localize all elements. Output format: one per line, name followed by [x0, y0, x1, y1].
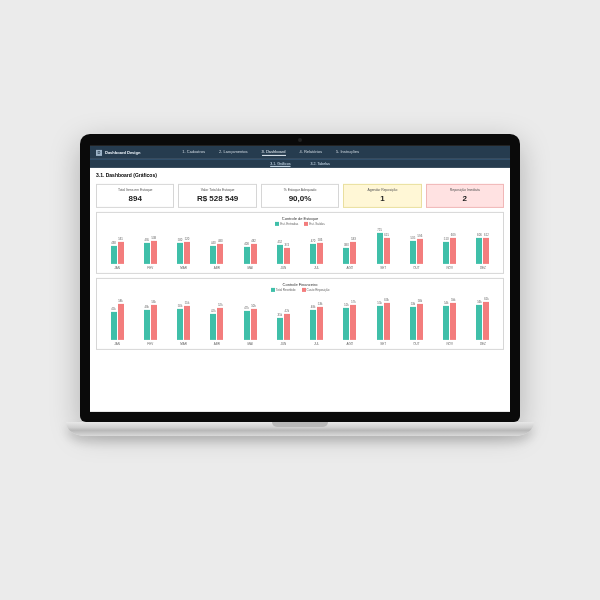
- bar-data-label: 42k: [285, 309, 290, 313]
- subtab-tabelas[interactable]: 3.2. Tabelas: [311, 162, 330, 166]
- kpi-value: 1: [380, 194, 384, 203]
- bar-x-label: JUN: [280, 342, 286, 346]
- bar-data-label: 725: [377, 228, 382, 232]
- legend-label: Custo Reposição: [307, 288, 330, 292]
- legend-label: Est. Saídas: [309, 222, 324, 226]
- bar-pair: 56k61k: [476, 296, 489, 340]
- bar-data-label: 452: [277, 240, 282, 244]
- menu-item-relatorios[interactable]: 4. Relatórios: [300, 149, 322, 156]
- bar-x-label: JUL: [314, 342, 319, 346]
- legend-item: Est. Entradas: [275, 222, 298, 226]
- bar-series-a: 35k: [277, 318, 283, 340]
- bar-x-label: AGO: [347, 342, 354, 346]
- kpi-label: Reposição Imediata: [450, 188, 480, 192]
- kpi-agendar-reposicao: Agendar Reposição 1: [343, 184, 421, 208]
- bar-data-label: 54k: [444, 301, 449, 305]
- bar-data-label: 480: [218, 239, 223, 243]
- bar-data-label: 438: [111, 240, 116, 244]
- bar-data-label: 53k: [411, 302, 416, 306]
- menu-item-lancamentos[interactable]: 2. Lançamentos: [219, 149, 247, 156]
- top-nav: D Dashboard Design 1. Cadastros 2. Lança…: [90, 146, 510, 159]
- bar-series-b: 520: [184, 242, 190, 264]
- bar-data-label: 59k: [451, 298, 456, 302]
- bar-series-b: 56k: [151, 305, 157, 340]
- bar-data-label: 612: [484, 233, 489, 237]
- bar-series-b: 53k: [317, 307, 323, 340]
- bar-pair: 45k58k: [111, 296, 124, 340]
- bar-data-label: 57k: [351, 299, 356, 303]
- bar-series-a: 438: [111, 245, 117, 264]
- bar-group: 53k58kOUT: [402, 296, 430, 346]
- chart-title: Controle Financeiro: [101, 282, 499, 287]
- bar-series-a: 49k: [144, 310, 150, 341]
- bar-x-label: JUL: [314, 266, 319, 270]
- bar-group: 725615SET: [369, 230, 397, 270]
- chart-controle-financeiro: Controle Financeiro Total Recebido Custo…: [96, 278, 504, 350]
- bar-data-label: 52k: [218, 303, 223, 307]
- bar-series-a: 55k: [377, 306, 383, 341]
- bar-pair: 49k56k: [144, 296, 157, 340]
- subtab-graficos[interactable]: 3.1. Gráficos: [270, 162, 290, 166]
- bar-pair: 606612: [476, 230, 489, 264]
- bar-pair: 54k59k: [443, 296, 456, 340]
- bar-x-label: JUN: [280, 266, 286, 270]
- bar-data-label: 58k: [418, 299, 423, 303]
- bar-data-label: 50k: [251, 304, 256, 308]
- menu-item-cadastros[interactable]: 1. Cadastros: [182, 149, 205, 156]
- bar-series-a: 606: [476, 238, 482, 264]
- bar-group: 380533AGO: [336, 230, 364, 270]
- bar-pair: 52k57k: [343, 296, 356, 340]
- bar-data-label: 42k: [211, 309, 216, 313]
- bar-x-label: FEV: [147, 342, 153, 346]
- bar-pair: 470506: [310, 230, 323, 264]
- bar-group: 42k52kABR: [203, 296, 231, 346]
- bar-group: 47k50kMAI: [236, 296, 264, 346]
- bar-x-label: MAI: [247, 342, 252, 346]
- bar-data-label: 56k: [152, 300, 157, 304]
- bar-series-a: 47k: [244, 311, 250, 341]
- chart-bars: 438531JAN495538FEV500520MAR440480ABR4084…: [101, 228, 499, 270]
- bar-pair: 408482: [244, 230, 257, 264]
- bar-series-b: 61k: [483, 302, 489, 340]
- bar-x-label: NOV: [446, 266, 453, 270]
- brand-logo-icon: D: [96, 149, 102, 155]
- bar-series-a: 54k: [443, 306, 449, 340]
- bar-data-label: 533: [351, 236, 356, 240]
- bar-x-label: JAN: [114, 266, 120, 270]
- legend-swatch-icon: [271, 288, 275, 292]
- bar-series-b: 531: [118, 242, 124, 265]
- bar-data-label: 440: [211, 240, 216, 244]
- bar-group: 440480ABR: [203, 230, 231, 270]
- kpi-value: 894: [129, 194, 142, 203]
- bar-group: 35k42kJUN: [269, 296, 297, 346]
- main-menu: 1. Cadastros 2. Lançamentos 3. Dashboard…: [182, 149, 359, 156]
- legend-item: Est. Saídas: [304, 222, 324, 226]
- bar-data-label: 506: [318, 238, 323, 242]
- menu-item-dashboard[interactable]: 3. Dashboard: [262, 149, 286, 156]
- bar-data-label: 60k: [384, 298, 389, 302]
- bar-series-a: 408: [244, 247, 250, 264]
- bar-data-label: 58k: [118, 299, 123, 303]
- kpi-value: 90,0%: [289, 194, 312, 203]
- bar-series-b: 60k: [384, 303, 390, 341]
- bar-series-b: 42k: [284, 314, 290, 340]
- bar-pair: 50k55k: [177, 296, 190, 340]
- menu-item-instrucoes[interactable]: 5. Instruções: [336, 149, 359, 156]
- bar-x-label: MAR: [180, 266, 187, 270]
- bar-series-a: 495: [144, 243, 150, 264]
- bar-data-label: 538: [151, 236, 156, 240]
- bar-x-label: FEV: [147, 266, 153, 270]
- legend-item: Total Recebido: [271, 288, 296, 292]
- bar-group: 50k55kMAR: [170, 296, 198, 346]
- bar-group: 470506JUL: [303, 230, 331, 270]
- bar-data-label: 35k: [278, 313, 283, 317]
- bar-pair: 42k52k: [210, 296, 223, 340]
- bar-series-a: 42k: [210, 314, 216, 340]
- kpi-total-itens: Total Itens em Estoque 894: [96, 184, 174, 208]
- legend-swatch-icon: [302, 288, 306, 292]
- bar-group: 52k57kAGO: [336, 296, 364, 346]
- bar-x-label: JAN: [114, 342, 120, 346]
- bar-pair: 440480: [210, 230, 223, 264]
- bar-group: 54k59kNOV: [436, 296, 464, 346]
- legend-label: Total Recebido: [276, 288, 296, 292]
